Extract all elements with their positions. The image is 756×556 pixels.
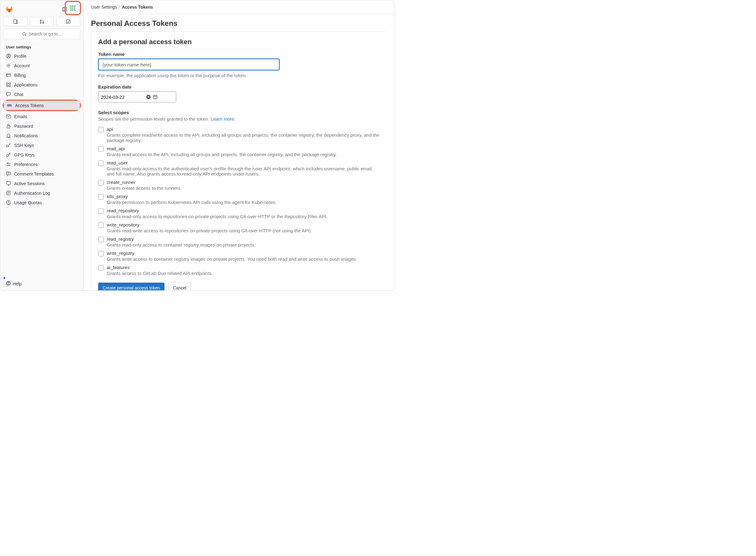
sidebar-item-profile[interactable]: Profile: [3, 51, 81, 61]
scope-row: ai_features Grants access to GitLab Duo …: [98, 265, 380, 276]
issues-button[interactable]: [3, 17, 28, 26]
scope-checkbox[interactable]: [98, 208, 104, 214]
scope-name[interactable]: ai_features: [107, 265, 380, 270]
scope-name[interactable]: api: [107, 127, 380, 132]
sidebar-item-label: Authentication Log: [14, 191, 50, 196]
svg-rect-54: [153, 95, 157, 99]
mail-icon: [6, 114, 11, 119]
scope-checkbox[interactable]: [98, 180, 104, 185]
cancel-button[interactable]: Cancel: [168, 283, 191, 290]
scope-desc: Grants create access to the runners.: [107, 185, 380, 191]
sidebar-item-billing[interactable]: Billing: [3, 70, 81, 80]
sidebar-item-chat[interactable]: Chat: [3, 90, 81, 99]
svg-rect-13: [13, 20, 16, 24]
sidebar-item-access-tokens[interactable]: Access Tokens: [4, 101, 80, 110]
scope-checkbox[interactable]: [98, 222, 104, 228]
sidebar-item-preferences[interactable]: Preferences: [3, 160, 81, 169]
expiration-date-picker[interactable]: [98, 91, 176, 102]
scope-name[interactable]: write_registry: [107, 250, 380, 256]
sidebar-item-comment-templates[interactable]: Comment Templates: [3, 169, 81, 179]
svg-point-8: [72, 7, 73, 9]
scope-desc: Grants write access to container registr…: [107, 256, 380, 262]
svg-point-35: [6, 145, 8, 147]
scopes-list: api Grants complete read/write access to…: [98, 127, 380, 276]
sidebar-item-applications[interactable]: Applications: [3, 80, 81, 90]
svg-point-39: [7, 163, 8, 164]
sidebar-item-usage-quotas[interactable]: Usage Quotas: [3, 198, 81, 207]
scope-checkbox[interactable]: [98, 265, 104, 271]
breadcrumb-current: Access Tokens: [122, 5, 153, 9]
calendar-icon[interactable]: [153, 95, 158, 99]
search-input[interactable]: Search or go to...: [3, 29, 80, 39]
gear-icon: [6, 63, 11, 68]
scope-checkbox[interactable]: [98, 237, 104, 242]
svg-point-32: [10, 105, 10, 106]
svg-point-7: [70, 7, 72, 9]
scope-checkbox[interactable]: [98, 146, 104, 152]
highlighted-grid-button: [65, 1, 81, 15]
svg-point-36: [6, 154, 8, 157]
create-token-button[interactable]: Create personal access token: [98, 283, 165, 290]
scope-name[interactable]: create_runner: [107, 180, 380, 185]
scope-name[interactable]: write_repository: [107, 222, 380, 228]
scope-checkbox[interactable]: [98, 161, 104, 166]
svg-rect-27: [6, 85, 8, 87]
sidebar-item-emails[interactable]: Emails: [3, 112, 81, 121]
todos-button[interactable]: [56, 17, 80, 26]
grid-menu-button[interactable]: [67, 2, 78, 13]
gitlab-logo[interactable]: [4, 4, 14, 14]
scope-row: k8s_proxy Grants permission to perform K…: [98, 194, 380, 205]
scope-row: create_runner Grants create access to th…: [98, 180, 380, 191]
scope-name[interactable]: read_user: [107, 160, 380, 165]
sidebar-item-password[interactable]: Password: [3, 121, 81, 131]
svg-rect-25: [6, 83, 8, 84]
svg-rect-17: [66, 20, 70, 24]
notification-dot: [3, 277, 5, 279]
svg-point-22: [8, 65, 9, 66]
svg-rect-26: [9, 83, 10, 84]
sidebar-item-active-sessions[interactable]: Active Sessions: [3, 179, 81, 188]
scope-row: read_repository Grants read-only access …: [98, 208, 380, 219]
bell-icon: [6, 133, 11, 138]
sidebar-item-authentication-log[interactable]: Authentication Log: [3, 188, 81, 198]
svg-point-14: [40, 20, 41, 21]
sidebar-item-label: Chat: [14, 92, 24, 97]
svg-line-19: [25, 35, 26, 35]
svg-point-11: [72, 9, 73, 10]
scope-name[interactable]: k8s_proxy: [107, 194, 380, 199]
merge-requests-button[interactable]: [30, 17, 54, 26]
scope-name[interactable]: read_repository: [107, 208, 380, 213]
sidebar-item-account[interactable]: Account: [3, 61, 81, 70]
lock-icon: [6, 124, 11, 129]
svg-point-21: [8, 55, 9, 56]
main-content: User Settings / Access Tokens Personal A…: [83, 0, 395, 290]
token-name-input[interactable]: [98, 59, 280, 70]
sidebar-item-label: Password: [14, 124, 33, 129]
scope-name[interactable]: read_api: [107, 146, 380, 151]
help-link[interactable]: Help: [3, 278, 81, 288]
expiration-input[interactable]: [101, 95, 144, 100]
scope-checkbox[interactable]: [98, 127, 104, 132]
scope-row: write_repository Grants read-write acces…: [98, 222, 380, 233]
learn-more-link[interactable]: Learn more.: [210, 116, 235, 121]
profile-icon: [6, 54, 11, 59]
scope-checkbox[interactable]: [98, 251, 104, 256]
chat-icon: [6, 92, 11, 97]
sidebar-item-notifications[interactable]: Notifications: [3, 131, 81, 140]
breadcrumb-root[interactable]: User Settings: [91, 5, 117, 9]
svg-rect-23: [6, 74, 11, 77]
sidebar-item-gpg-keys[interactable]: GPG Keys: [3, 150, 81, 160]
scope-checkbox[interactable]: [98, 194, 104, 200]
sidebar-item-label: SSH Keys: [14, 143, 34, 148]
sidebar-item-label: Access Tokens: [15, 103, 44, 108]
clear-date-icon[interactable]: [146, 95, 151, 99]
scope-name[interactable]: read_registry: [107, 236, 380, 242]
scope-desc: Grants access to GitLab Duo related API …: [107, 271, 380, 276]
svg-rect-28: [9, 85, 10, 87]
page-title: Personal Access Tokens: [83, 14, 395, 32]
help-icon: [6, 281, 11, 286]
log-icon: [6, 190, 11, 196]
svg-point-18: [23, 32, 25, 35]
svg-rect-43: [6, 182, 10, 184]
sidebar-item-ssh-keys[interactable]: SSH Keys: [3, 140, 81, 150]
